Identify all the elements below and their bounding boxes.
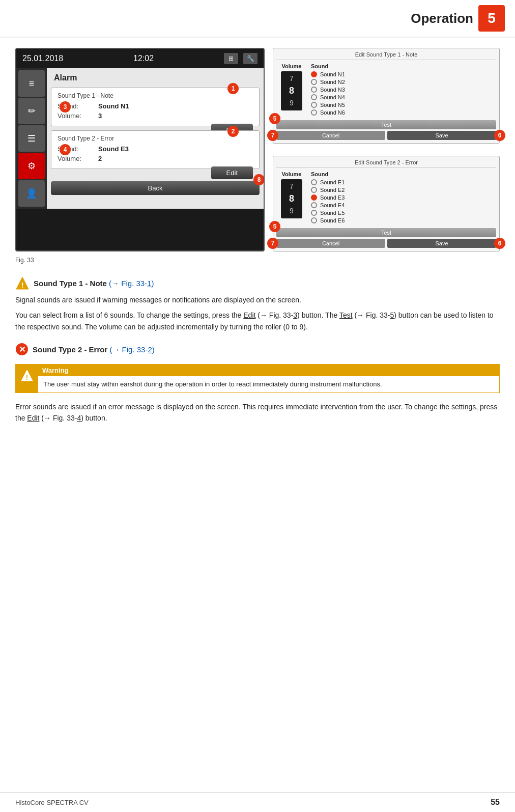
- warning-box: ! Warning The user must stay within ears…: [15, 364, 500, 393]
- vol2-9: 9: [281, 206, 302, 216]
- sound-col-2: Sound Sound E1 Sound E2 Sound E3: [311, 171, 496, 225]
- edit-panel-1-cols: Volume 7 8 9 Sound Sound N1: [276, 63, 496, 117]
- radio-e2[interactable]: [311, 187, 317, 193]
- cancel-btn-2[interactable]: Cancel: [276, 239, 385, 248]
- sound-option-e2[interactable]: Sound E2: [311, 187, 496, 193]
- sound-type-1-label: Sound Type 1 - Note: [58, 92, 253, 99]
- nav-item-user[interactable]: 👤: [18, 180, 45, 207]
- pencil-icon: ✏: [28, 105, 36, 117]
- sidebar-nav: ≡ ✏ ☰ ⚙ 👤: [16, 68, 47, 209]
- sound-e4-label: Sound E4: [320, 202, 345, 208]
- test-link-1: Test: [339, 311, 353, 319]
- radio-e6[interactable]: [311, 217, 317, 223]
- volume-scroll-2[interactable]: 7 8 9: [281, 179, 302, 218]
- vol-8: 8: [281, 84, 302, 98]
- volume-2-val: 2: [98, 155, 102, 162]
- svg-text:!: !: [21, 281, 24, 289]
- page-header: Operation 5: [0, 0, 515, 38]
- badge-1: 1: [227, 83, 239, 94]
- section1-para2: You can select from a list of 6 sounds. …: [15, 310, 500, 332]
- nav-item-bars[interactable]: ≡: [18, 70, 45, 97]
- sound-2-val: Sound E3: [98, 145, 129, 153]
- volume-header-1: Volume: [282, 63, 302, 69]
- radio-e3[interactable]: [311, 194, 317, 201]
- sound-option-n5[interactable]: Sound N5: [311, 102, 496, 108]
- vol2-7: 7: [281, 181, 302, 192]
- sound-header-2: Sound: [311, 171, 496, 177]
- sound-header-1: Sound: [311, 63, 496, 69]
- sound-option-e5[interactable]: Sound E5: [311, 210, 496, 216]
- section2-para1: Error sounds are issued if an error mess…: [15, 401, 500, 424]
- device-topbar: 25.01.2018 12:02 ⊞ 🔧: [16, 49, 264, 68]
- sound-e1-label: Sound E1: [320, 179, 345, 185]
- sound-option-e6[interactable]: Sound E6: [311, 217, 496, 223]
- save-btn-2[interactable]: Save: [387, 239, 496, 248]
- vol2-8: 8: [281, 192, 302, 206]
- volume-1-row: Volume: 3: [58, 112, 253, 120]
- sound-option-e1[interactable]: Sound E1: [311, 179, 496, 185]
- wrench-icon[interactable]: 🔧: [243, 53, 258, 64]
- grid-icon[interactable]: ⊞: [224, 53, 238, 64]
- edit-panel-1: Edit Sound Type 1 - Note Volume 7 8 9 So…: [273, 48, 500, 144]
- sound-e2-label: Sound E2: [320, 187, 345, 193]
- section1-para1: Signal sounds are issued if warning mess…: [15, 294, 500, 305]
- volume-2-key: Volume:: [58, 155, 98, 162]
- fig-caption: Fig. 33: [15, 257, 500, 264]
- volume-1-key: Volume:: [58, 112, 98, 120]
- warning-triangle-icon: !: [15, 276, 30, 290]
- sound-n5-label: Sound N5: [320, 102, 345, 108]
- nav-item-list[interactable]: ☰: [18, 125, 45, 152]
- section2-ref: (→ Fig. 33-2): [109, 345, 154, 354]
- radio-n6[interactable]: [311, 109, 317, 116]
- test-btn-1[interactable]: Test: [276, 120, 496, 129]
- sound-n6-label: Sound N6: [320, 109, 345, 116]
- test-btn-2[interactable]: Test: [276, 228, 496, 237]
- list-icon: ☰: [27, 133, 36, 144]
- cancel-btn-1[interactable]: Cancel: [276, 131, 385, 140]
- sound-type-2-label: Sound Type 2 - Error: [58, 135, 253, 142]
- sound-option-n2[interactable]: Sound N2: [311, 79, 496, 85]
- volume-2-row: Volume: 2: [58, 155, 253, 162]
- nav-item-edit[interactable]: ✏: [18, 98, 45, 124]
- badge-4: 4: [60, 144, 71, 155]
- back-btn[interactable]: Back: [51, 181, 260, 195]
- radio-e5[interactable]: [311, 210, 317, 216]
- save-btn-1[interactable]: Save: [387, 131, 496, 140]
- sound-e3-label: Sound E3: [320, 194, 345, 201]
- nav-item-settings[interactable]: ⚙: [18, 153, 45, 179]
- volume-1-val: 3: [98, 112, 102, 120]
- cancel-save-row-2: 7 Cancel Save 6: [276, 239, 496, 248]
- sound-option-n1[interactable]: Sound N1: [311, 71, 496, 77]
- volume-col-1: Volume 7 8 9: [276, 63, 307, 117]
- sound-option-e3[interactable]: Sound E3: [311, 194, 496, 201]
- radio-n1[interactable]: [311, 71, 317, 77]
- sound-option-e4[interactable]: Sound E4: [311, 202, 496, 208]
- warning-icon-small: !: [21, 370, 33, 382]
- radio-e4[interactable]: [311, 202, 317, 208]
- radio-n4[interactable]: [311, 94, 317, 100]
- section1-ref: (→ Fig. 33-1): [109, 279, 154, 288]
- chapter-title: Operation: [411, 11, 473, 26]
- radio-n5[interactable]: [311, 102, 317, 108]
- radio-e1[interactable]: [311, 179, 317, 185]
- radio-n3[interactable]: [311, 87, 317, 93]
- volume-scroll-1[interactable]: 7 8 9: [281, 71, 302, 110]
- section1-title-text: Sound Type 1 - Note: [34, 279, 107, 288]
- panel-1-btns: Test 5 7 Cancel Save 6: [276, 120, 496, 140]
- chapter-badge: 5: [478, 5, 505, 32]
- sound-option-n3[interactable]: Sound N3: [311, 87, 496, 93]
- sound-option-n6[interactable]: Sound N6: [311, 109, 496, 116]
- radio-n2[interactable]: [311, 79, 317, 85]
- figure-33: 25.01.2018 12:02 ⊞ 🔧 ≡ ✏: [15, 48, 500, 251]
- sound-type-1-box: Sound Type 1 - Note Sound: Sound N1 Volu…: [51, 88, 260, 126]
- badge-8: 8: [253, 174, 265, 185]
- badge-6a: 6: [494, 130, 505, 141]
- sound-option-n4[interactable]: Sound N4: [311, 94, 496, 100]
- footer-product: HistoCore SPECTRA CV: [15, 799, 89, 806]
- sound-n2-label: Sound N2: [320, 79, 345, 85]
- volume-header-2: Volume: [282, 171, 302, 177]
- gear-icon: ⚙: [27, 160, 36, 172]
- device-time: 12:02: [133, 54, 154, 63]
- alarm-title: Alarm: [51, 72, 260, 83]
- edit-link-2: Edit: [27, 414, 39, 422]
